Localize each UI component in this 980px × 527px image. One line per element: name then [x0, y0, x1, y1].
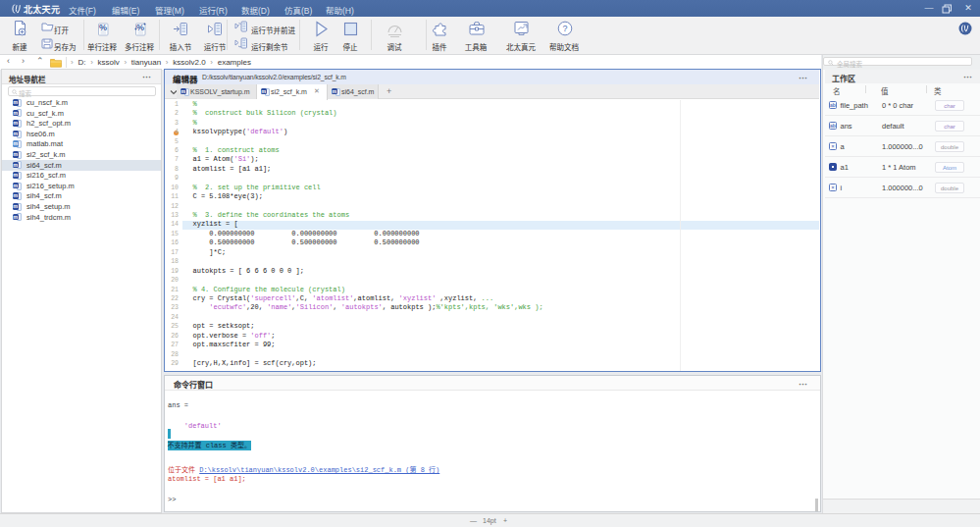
svg-text:%: %: [99, 23, 107, 32]
svg-text:?: ?: [562, 24, 567, 33]
svg-text:%: %: [136, 23, 144, 32]
